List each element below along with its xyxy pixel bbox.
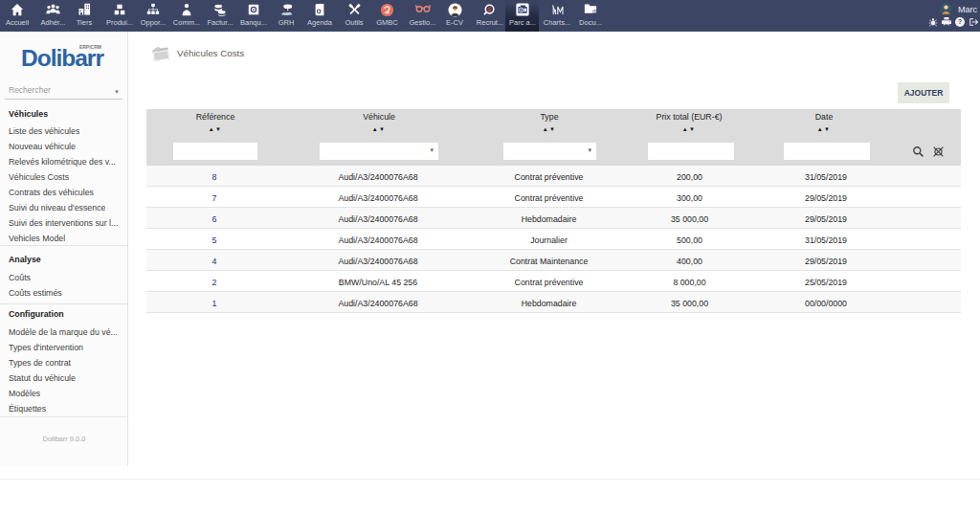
svg-text:?: ? [958,18,962,25]
